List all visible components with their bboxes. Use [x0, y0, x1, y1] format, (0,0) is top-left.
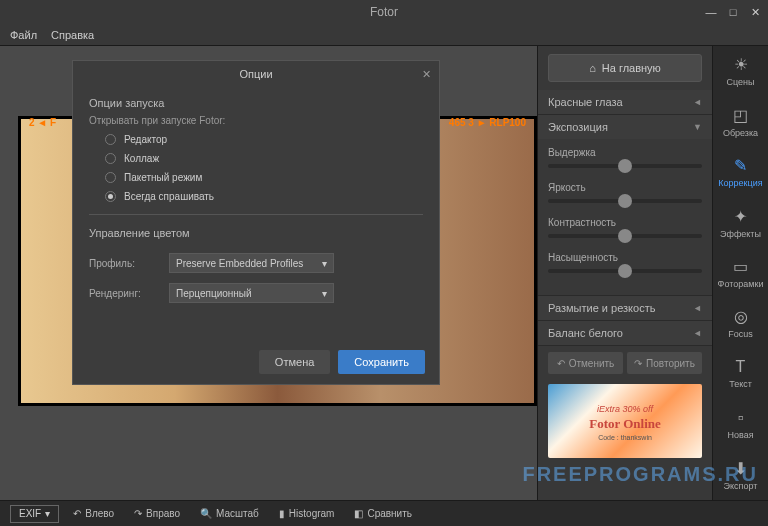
scale-button[interactable]: 🔍Масштаб — [194, 508, 265, 519]
section-white-balance: Баланс белого ◄ — [538, 321, 712, 346]
tool-export[interactable]: ⬇Экспорт — [713, 450, 768, 500]
ad-line1: iExtra 30% off — [548, 404, 702, 414]
slider-contrast: Контрастность — [548, 217, 702, 238]
slider-exposure: Выдержка — [548, 147, 702, 168]
histogram-button[interactable]: ▮Histogram — [273, 508, 341, 519]
radio-collage[interactable]: Коллаж — [105, 153, 423, 164]
rotate-right-button[interactable]: ↷Вправо — [128, 508, 186, 519]
tool-text[interactable]: TТекст — [713, 349, 768, 399]
home-button[interactable]: ⌂ На главную — [548, 54, 702, 82]
open-on-start-label: Открывать при запуске Fotor: — [89, 115, 423, 126]
slider-thumb[interactable] — [618, 159, 632, 173]
profile-select[interactable]: Preserve Embedded Profiles▾ — [169, 253, 334, 273]
radio-icon[interactable] — [105, 134, 116, 145]
slider-label: Выдержка — [548, 147, 702, 158]
tool-effects[interactable]: ✦Эффекты — [713, 197, 768, 247]
frame-info-right: 465 3 ► RLP100 — [449, 117, 526, 128]
section-header-wb[interactable]: Баланс белого ◄ — [538, 321, 712, 345]
text-icon: T — [736, 358, 746, 376]
rotate-left-button[interactable]: ↶Влево — [67, 508, 120, 519]
compare-icon: ◧ — [354, 508, 363, 519]
tool-focus[interactable]: ◎Focus — [713, 298, 768, 348]
slider-label: Контрастность — [548, 217, 702, 228]
rendering-select[interactable]: Перцепционный▾ — [169, 283, 334, 303]
adjustments-panel: ⌂ На главную Красные глаза ◄ Экспозиция … — [537, 46, 712, 500]
close-button[interactable]: ✕ — [746, 4, 764, 20]
chevron-down-icon: ▼ — [693, 122, 702, 132]
dialog-title-text: Опции — [239, 68, 272, 80]
undo-icon: ↶ — [557, 358, 565, 369]
chevron-down-icon: ▾ — [45, 508, 50, 519]
menubar: Файл Справка — [0, 24, 768, 46]
slider-track[interactable] — [548, 269, 702, 273]
slider-track[interactable] — [548, 199, 702, 203]
tool-new[interactable]: ▫Новая — [713, 399, 768, 449]
cancel-button[interactable]: Отмена — [259, 350, 330, 374]
rendering-label: Рендеринг: — [89, 288, 159, 299]
tool-crop[interactable]: ◰Обрезка — [713, 96, 768, 146]
app-title: Fotor — [370, 5, 398, 19]
menu-file[interactable]: Файл — [10, 29, 37, 41]
radio-icon[interactable] — [105, 191, 116, 202]
ad-line3: Code : thankswin — [548, 434, 702, 441]
undo-button[interactable]: ↶Отменить — [548, 352, 623, 374]
radio-always-ask[interactable]: Всегда спрашивать — [105, 191, 423, 202]
redo-button[interactable]: ↷Повторить — [627, 352, 702, 374]
tool-frames[interactable]: ▭Фоторамки — [713, 248, 768, 298]
minimize-button[interactable]: — — [702, 4, 720, 20]
page-icon: ▫ — [738, 409, 744, 427]
dialog-close-button[interactable]: ✕ — [422, 68, 431, 81]
redo-icon: ↷ — [634, 358, 642, 369]
options-dialog: Опции ✕ Опции запуска Открывать при запу… — [72, 60, 440, 385]
save-button[interactable]: Сохранить — [338, 350, 425, 374]
slider-brightness: Яркость — [548, 182, 702, 203]
radio-editor[interactable]: Редактор — [105, 134, 423, 145]
divider — [89, 214, 423, 215]
section-exposure: Экспозиция ▼ Выдержка Яркость Контрастно… — [538, 115, 712, 296]
chevron-left-icon: ◄ — [693, 328, 702, 338]
tool-correction[interactable]: ✎Коррекция — [713, 147, 768, 197]
wand-icon: ✎ — [734, 156, 747, 175]
slider-label: Яркость — [548, 182, 702, 193]
radio-icon[interactable] — [105, 172, 116, 183]
radio-batch[interactable]: Пакетный режим — [105, 172, 423, 183]
sun-icon: ☀ — [734, 55, 748, 74]
menu-help[interactable]: Справка — [51, 29, 94, 41]
titlebar: Fotor — □ ✕ — [0, 0, 768, 24]
rendering-row: Рендеринг: Перцепционный▾ — [89, 283, 423, 303]
exif-button[interactable]: EXIF▾ — [10, 505, 59, 523]
compare-button[interactable]: ◧Сравнить — [348, 508, 418, 519]
slider-thumb[interactable] — [618, 229, 632, 243]
chevron-down-icon: ▾ — [322, 258, 327, 269]
section-header-red-eye[interactable]: Красные глаза ◄ — [538, 90, 712, 114]
section-red-eye: Красные глаза ◄ — [538, 90, 712, 115]
slider-thumb[interactable] — [618, 194, 632, 208]
startup-section-title: Опции запуска — [89, 97, 423, 109]
chevron-left-icon: ◄ — [693, 303, 702, 313]
home-label: На главную — [602, 62, 661, 74]
radio-icon[interactable] — [105, 153, 116, 164]
maximize-button[interactable]: □ — [724, 4, 742, 20]
profile-row: Профиль: Preserve Embedded Profiles▾ — [89, 253, 423, 273]
ad-banner[interactable]: iExtra 30% off Fotor Online Code : thank… — [548, 384, 702, 458]
slider-track[interactable] — [548, 234, 702, 238]
tool-scenes[interactable]: ☀Сцены — [713, 46, 768, 96]
rotate-left-icon: ↶ — [73, 508, 81, 519]
target-icon: ◎ — [734, 307, 748, 326]
color-mgmt-title: Управление цветом — [89, 227, 423, 239]
bottom-toolbar: EXIF▾ ↶Влево ↷Вправо 🔍Масштаб ▮Histogram… — [0, 500, 768, 526]
section-header-blur[interactable]: Размытие и резкость ◄ — [538, 296, 712, 320]
dialog-body: Опции запуска Открывать при запуске Foto… — [73, 87, 439, 323]
undo-redo-bar: ↶Отменить ↷Повторить — [538, 346, 712, 380]
slider-saturation: Насыщенность — [548, 252, 702, 273]
slider-thumb[interactable] — [618, 264, 632, 278]
exposure-content: Выдержка Яркость Контрастность Насыщенно… — [538, 139, 712, 295]
slider-track[interactable] — [548, 164, 702, 168]
section-header-exposure[interactable]: Экспозиция ▼ — [538, 115, 712, 139]
dialog-titlebar: Опции ✕ — [73, 61, 439, 87]
section-blur-sharp: Размытие и резкость ◄ — [538, 296, 712, 321]
chevron-down-icon: ▾ — [322, 288, 327, 299]
crop-icon: ◰ — [733, 106, 748, 125]
slider-label: Насыщенность — [548, 252, 702, 263]
frame-icon: ▭ — [733, 257, 748, 276]
